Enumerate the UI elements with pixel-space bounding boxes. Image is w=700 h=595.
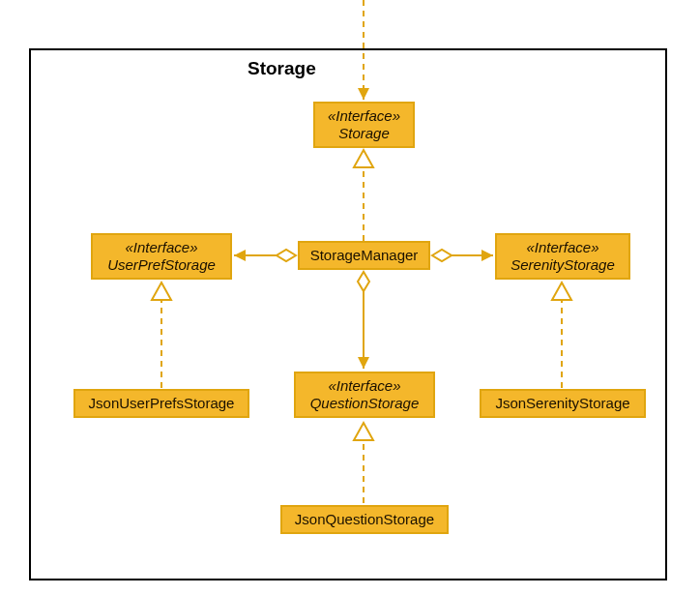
node-json-question: JsonQuestionStorage <box>280 505 449 534</box>
node-question-interface: «Interface» QuestionStorage <box>294 372 435 418</box>
class-name: StorageManager <box>310 247 419 264</box>
node-userpref-interface: «Interface» UserPrefStorage <box>91 233 232 280</box>
class-name: JsonQuestionStorage <box>295 511 434 528</box>
class-name: SerenityStorage <box>510 256 615 274</box>
stereotype-label: «Interface» <box>526 239 598 256</box>
node-storage-interface: «Interface» Storage <box>313 102 415 148</box>
class-name: Storage <box>338 125 390 142</box>
node-json-userprefs: JsonUserPrefsStorage <box>73 389 249 418</box>
stereotype-label: «Interface» <box>328 107 400 125</box>
node-serenity-interface: «Interface» SerenityStorage <box>495 233 630 280</box>
class-name: JsonUserPrefsStorage <box>89 395 235 412</box>
class-name: UserPrefStorage <box>107 256 216 274</box>
class-name: QuestionStorage <box>310 395 420 412</box>
diagram-canvas: Storage «Interface» Storage StorageManag… <box>0 0 700 595</box>
node-storage-manager: StorageManager <box>298 241 430 270</box>
node-json-serenity: JsonSerenityStorage <box>480 389 646 418</box>
stereotype-label: «Interface» <box>328 377 400 395</box>
stereotype-label: «Interface» <box>125 239 197 256</box>
package-title: Storage <box>248 58 316 79</box>
class-name: JsonSerenityStorage <box>495 395 629 412</box>
